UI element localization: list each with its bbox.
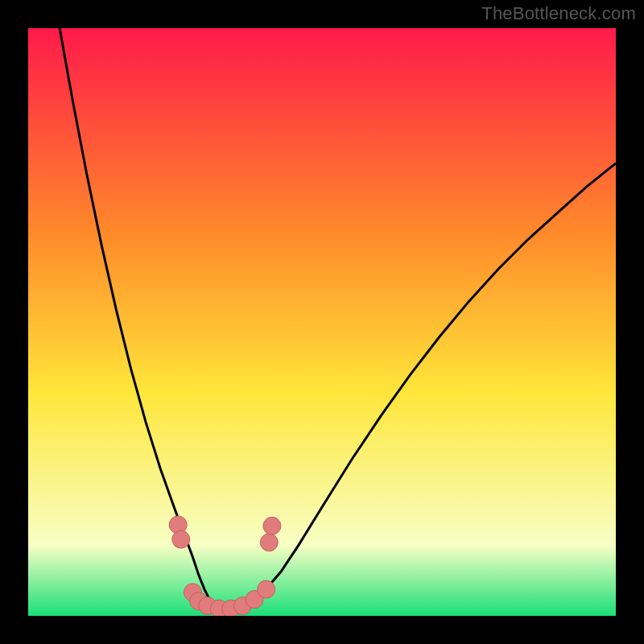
data-marker — [260, 534, 278, 551]
gradient-background — [28, 28, 616, 616]
data-marker — [172, 530, 190, 548]
bottleneck-plot — [28, 28, 616, 616]
chart-frame: TheBottleneck.com — [0, 0, 644, 644]
plot-area — [28, 28, 616, 616]
data-marker — [263, 517, 281, 535]
watermark-text: TheBottleneck.com — [481, 3, 636, 24]
data-marker — [258, 580, 275, 598]
